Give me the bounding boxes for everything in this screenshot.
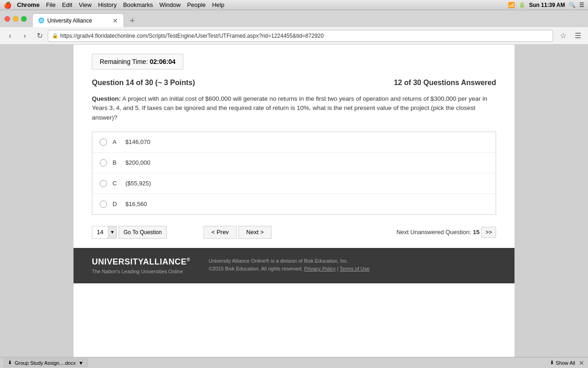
- page-content: Remaining Time: 02:06:04 Question 14 of …: [0, 45, 588, 357]
- menu-bar: 🍎 Chrome File Edit View History Bookmark…: [0, 0, 588, 10]
- answer-row-b[interactable]: B $200,000: [92, 153, 496, 173]
- answer-row-a[interactable]: A $146,070: [92, 132, 496, 153]
- close-button[interactable]: [5, 16, 10, 22]
- answer-row-d[interactable]: D $16,560: [92, 194, 496, 214]
- menu-file[interactable]: File: [46, 1, 56, 8]
- footer-logo: UNIVERSITYALLIANCE®: [92, 257, 190, 267]
- answer-letter-c: C: [113, 180, 120, 187]
- show-all-label: Show All: [556, 360, 575, 366]
- nav-buttons: ▼ Go To Question < Prev Next > Next Unan…: [92, 226, 496, 239]
- menu-chrome[interactable]: Chrome: [17, 1, 40, 8]
- tab-close-button[interactable]: ✕: [113, 17, 118, 24]
- answer-letter-a: A: [113, 138, 120, 145]
- show-all-icon: ⬇: [550, 360, 554, 366]
- clock: Sun 11:39 AM: [529, 2, 565, 8]
- footer-line1: University Alliance Online® is a divisio…: [209, 257, 369, 265]
- bottom-bar-close[interactable]: ✕: [579, 359, 584, 367]
- page-wrapper: Remaining Time: 02:06:04 Question 14 of …: [74, 45, 514, 357]
- address-bar-right: ☆ ☰: [557, 29, 584, 42]
- timer-label: Remaining Time:: [100, 58, 148, 65]
- maximize-button[interactable]: [21, 16, 27, 22]
- prev-button[interactable]: < Prev: [204, 226, 237, 239]
- menu-icon[interactable]: ☰: [571, 29, 584, 42]
- question-header: Question 14 of 30 (~ 3 Points) 12 of 30 …: [92, 79, 496, 87]
- download-item[interactable]: ⬇ Group Study Assign....docx ▼: [4, 358, 88, 367]
- answer-value-a: $146,070: [125, 138, 150, 145]
- menu-bookmarks[interactable]: Bookmarks: [123, 1, 153, 8]
- questions-answered: 12 of 30 Questions Answered: [394, 79, 496, 87]
- next-unanswered-label: Next Unanswered Question:: [396, 229, 471, 236]
- tab-bar: 🌐 University Alliance ✕ +: [0, 10, 588, 27]
- question-text: Question: A project with an initial cost…: [92, 94, 496, 122]
- download-dropdown[interactable]: ▼: [79, 360, 84, 366]
- answers-box: A $146,070 B $200,000 C ($55,925): [92, 132, 496, 215]
- footer-text: University Alliance Online® is a divisio…: [209, 257, 369, 273]
- answer-value-b: $200,000: [125, 159, 150, 166]
- menu-people[interactable]: People: [187, 1, 205, 8]
- radio-c[interactable]: [100, 180, 107, 187]
- chrome-window: 🌐 University Alliance ✕ + ‹ › ↻ 🔒 https:…: [0, 10, 588, 368]
- privacy-link[interactable]: Privacy Policy: [304, 266, 335, 271]
- show-all-button[interactable]: ⬇ Show All: [550, 360, 575, 366]
- question-prefix: Question:: [92, 95, 121, 102]
- footer-logo-section: UNIVERSITYALLIANCE® The Nation's Leading…: [92, 257, 190, 274]
- question-number: Question 14 of 30 (~ 3 Points): [92, 79, 195, 87]
- wifi-icon: 📶: [508, 2, 515, 8]
- address-input[interactable]: 🔒 https://gradv4.floridatechonline.com/S…: [48, 30, 553, 42]
- next-unanswered: Next Unanswered Question: 15 >>: [396, 227, 496, 238]
- tab-title: University Alliance: [47, 17, 92, 24]
- download-filename: Group Study Assign....docx: [15, 360, 76, 366]
- answer-letter-b: B: [113, 159, 120, 166]
- bottom-bar: ⬇ Group Study Assign....docx ▼ ⬇ Show Al…: [0, 357, 588, 368]
- footer-line2: ©2015 Bisk Education. All rights reserve…: [209, 265, 369, 273]
- menu-edit[interactable]: Edit: [62, 1, 72, 8]
- minimize-button[interactable]: [13, 16, 18, 22]
- double-arrow-button[interactable]: >>: [481, 227, 496, 238]
- radio-d[interactable]: [100, 201, 107, 208]
- address-bar: ‹ › ↻ 🔒 https://gradv4.floridatechonline…: [0, 27, 588, 45]
- footer: UNIVERSITYALLIANCE® The Nation's Leading…: [74, 248, 514, 283]
- traffic-lights: [5, 16, 27, 22]
- lock-icon: 🔒: [52, 33, 58, 39]
- menu-view[interactable]: View: [79, 1, 91, 8]
- answer-value-c: ($55,925): [125, 180, 151, 187]
- timer-box: Remaining Time: 02:06:04: [92, 54, 183, 69]
- answer-value-d: $16,560: [125, 201, 147, 207]
- test-container: Remaining Time: 02:06:04 Question 14 of …: [74, 45, 514, 248]
- download-icon: ⬇: [8, 360, 12, 366]
- battery-icon: 🔋: [519, 2, 526, 8]
- next-button[interactable]: Next >: [238, 226, 271, 239]
- forward-button[interactable]: ›: [18, 29, 31, 42]
- menu-history[interactable]: History: [98, 1, 116, 8]
- menu-bar-right: 📶 🔋 Sun 11:39 AM 🔍 ☰: [508, 2, 584, 8]
- answer-letter-d: D: [113, 201, 120, 207]
- tab-favicon: 🌐: [38, 17, 45, 23]
- terms-link[interactable]: Terms of Use: [340, 266, 370, 271]
- goto-question-button[interactable]: Go To Question: [119, 226, 167, 239]
- refresh-button[interactable]: ↻: [33, 29, 46, 42]
- apple-menu[interactable]: 🍎: [4, 1, 11, 9]
- timer-value: 02:06:04: [150, 58, 175, 65]
- question-dropdown[interactable]: ▼: [108, 226, 117, 239]
- next-unanswered-num: 15: [473, 229, 480, 236]
- menu-window[interactable]: Window: [159, 1, 181, 8]
- menu-help[interactable]: Help: [212, 1, 225, 8]
- url-text: https://gradv4.floridatechonline.com/Scr…: [60, 33, 324, 39]
- active-tab[interactable]: 🌐 University Alliance ✕: [32, 13, 124, 27]
- answer-row-c[interactable]: C ($55,925): [92, 173, 496, 194]
- radio-b[interactable]: [100, 159, 107, 167]
- search-icon[interactable]: 🔍: [569, 2, 576, 8]
- new-tab-button[interactable]: +: [126, 14, 139, 27]
- radio-a[interactable]: [100, 138, 107, 146]
- back-button[interactable]: ‹: [4, 29, 17, 42]
- bookmark-icon[interactable]: ☆: [557, 29, 570, 42]
- footer-tagline: The Nation's Leading Universities Online: [92, 269, 190, 274]
- question-body: A project with an initial cost of $600,0…: [92, 95, 487, 121]
- question-number-input[interactable]: [92, 226, 108, 239]
- list-icon[interactable]: ☰: [579, 2, 584, 8]
